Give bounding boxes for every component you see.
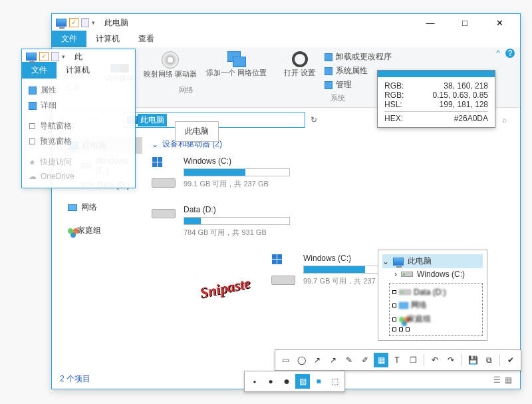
tab-view[interactable]: 查看	[129, 31, 164, 47]
text-tool[interactable]: T	[390, 353, 404, 367]
homegroup-icon	[68, 228, 73, 234]
rect-tool[interactable]: ▭	[278, 353, 293, 367]
hatch-style[interactable]: ▨	[295, 374, 310, 389]
windows-icon	[271, 254, 282, 264]
disc-icon	[162, 51, 179, 69]
pc-icon	[26, 53, 37, 61]
group-system-label: 系统	[331, 93, 345, 103]
chevron-down-icon[interactable]: ▾	[92, 19, 95, 26]
confirm-button[interactable]: ✔	[503, 353, 518, 367]
line-tool[interactable]: ↗	[310, 353, 325, 367]
props-icon	[29, 87, 37, 95]
drive-icon	[152, 209, 176, 218]
program-icon	[325, 53, 332, 61]
undo-button[interactable]: ↶	[428, 353, 442, 367]
address-value: 此电脑	[138, 114, 167, 126]
handle-icon[interactable]	[392, 317, 396, 321]
star-icon: ★	[29, 158, 36, 167]
page-icon[interactable]	[81, 18, 89, 27]
maximize-button[interactable]: □	[455, 18, 475, 28]
uninstall-button[interactable]: 卸载或更改程序	[325, 51, 392, 63]
chevron-down-icon: ▾	[62, 53, 65, 60]
color-picker[interactable]: RGB:38, 160, 218 RGB:0.15, 0.63, 0.85 HS…	[377, 70, 495, 128]
chevron-right-icon: ›	[394, 270, 397, 279]
tab-file[interactable]: 文件	[52, 31, 86, 47]
address-suggestion[interactable]: 此电脑	[175, 121, 219, 142]
ghost-detail[interactable]: 详细	[29, 98, 128, 113]
status-text: 2 个项目	[60, 373, 90, 385]
handle-icon[interactable]	[392, 290, 396, 294]
ghost-quick: ★快捷访问	[29, 154, 128, 170]
ellipse-tool[interactable]: ◯	[294, 353, 309, 367]
arrow-tool[interactable]: ↗	[326, 353, 340, 367]
tree-this-pc[interactable]: ⌄此电脑	[382, 254, 483, 268]
view-switcher[interactable]: ☰▦	[493, 375, 512, 385]
save-button[interactable]: 💾	[466, 353, 480, 367]
close-button[interactable]: ✕	[489, 18, 509, 28]
tree-winc[interactable]: ›Windows (C:)	[382, 268, 483, 280]
handle-icon[interactable]	[406, 327, 410, 331]
checkbox-icon: ☐	[29, 137, 36, 146]
sidebar-network[interactable]: 网络	[52, 199, 142, 216]
drive-item[interactable]: Windows (C:)99.1 GB 可用，共 237 GB	[152, 156, 318, 189]
style-toolbar[interactable]: ● ● ● ▨ ■ ⬚	[244, 371, 345, 392]
ghost-navpane[interactable]: ☐导航窗格	[29, 118, 128, 134]
handle-icon[interactable]	[392, 327, 396, 331]
eraser-tool[interactable]: ❐	[406, 353, 420, 367]
usage-bar	[184, 169, 245, 176]
screens-icon	[227, 51, 246, 67]
color-swatch[interactable]: ■	[311, 374, 326, 389]
color-swatch	[378, 71, 495, 77]
drive-icon	[271, 276, 295, 285]
minimize-button[interactable]: —	[420, 18, 440, 28]
handle-icon[interactable]	[399, 327, 403, 331]
floating-tree[interactable]: ⌄此电脑 ›Windows (C:) Data (D:) 网络 家庭组	[378, 250, 487, 341]
refresh-button[interactable]: ↻	[311, 115, 317, 124]
hdd-icon	[399, 290, 411, 295]
ribbon-help: ^ ?	[496, 49, 515, 58]
details-view-icon[interactable]: ☰	[493, 375, 501, 385]
size-large[interactable]: ●	[279, 374, 294, 389]
ghost-tab-computer[interactable]: 计算机	[57, 62, 99, 79]
ghost-preview[interactable]: ☐预览窗格	[29, 134, 128, 149]
annotation-toolbar[interactable]: ▭ ◯ ↗ ↗ ✎ ✐ ▦ T ❐ ↶ ↷ 💾 ⧉ ✔	[275, 349, 521, 371]
titlebar: ✓ ▾ 此电脑 — □ ✕	[52, 14, 520, 31]
ghost-properties[interactable]: 属性	[29, 83, 128, 98]
redo-button[interactable]: ↷	[444, 353, 458, 367]
chevron-down-icon: ⌄	[382, 257, 389, 266]
ghost-tab-file[interactable]: 文件	[22, 62, 57, 79]
usage-bar	[304, 266, 365, 273]
ribbon-tabs: 文件 计算机 查看	[52, 31, 520, 47]
network-icon	[68, 204, 77, 211]
collapse-ribbon-icon[interactable]: ^	[496, 49, 500, 58]
check-icon[interactable]: ✓	[69, 18, 78, 27]
window-controls: — □ ✕	[420, 18, 516, 28]
icons-view-icon[interactable]: ▦	[505, 375, 512, 385]
page-icon	[51, 52, 59, 61]
size-small[interactable]: ●	[247, 374, 262, 389]
pencil-tool[interactable]: ✎	[342, 353, 356, 367]
ghost-onedrive: ☁OneDrive	[29, 170, 128, 183]
pc-icon	[56, 19, 66, 27]
size-medium[interactable]: ●	[263, 374, 278, 389]
drive-icon	[152, 178, 176, 188]
windows-icon	[152, 156, 162, 167]
map-drive-button[interactable]: 映射网络 驱动器	[144, 51, 197, 79]
chevron-down-icon: ⌄	[152, 140, 158, 149]
drag-selection[interactable]: Data (D:) 网络 家庭组	[389, 283, 483, 336]
add-location-button[interactable]: 添加一个 网络位置	[206, 51, 267, 77]
hdd-icon	[401, 272, 413, 277]
select-area[interactable]: ⬚	[327, 374, 342, 389]
open-settings-button[interactable]: 打开 设置	[284, 51, 315, 77]
sidebar-homegroup[interactable]: 家庭组	[52, 222, 142, 239]
drive-item[interactable]: Data (D:)784 GB 可用，共 931 GB	[152, 205, 318, 238]
search-icon[interactable]: ⌕	[502, 115, 507, 124]
help-icon[interactable]: ?	[505, 49, 515, 58]
tab-computer[interactable]: 计算机	[86, 31, 129, 47]
window-title: 此电脑	[104, 17, 128, 29]
marker-tool[interactable]: ✐	[358, 353, 372, 367]
handle-icon[interactable]	[392, 303, 396, 307]
copy-button[interactable]: ⧉	[481, 353, 496, 367]
mosaic-tool[interactable]: ▦	[374, 353, 388, 367]
checkbox-icon: ☐	[29, 122, 36, 131]
